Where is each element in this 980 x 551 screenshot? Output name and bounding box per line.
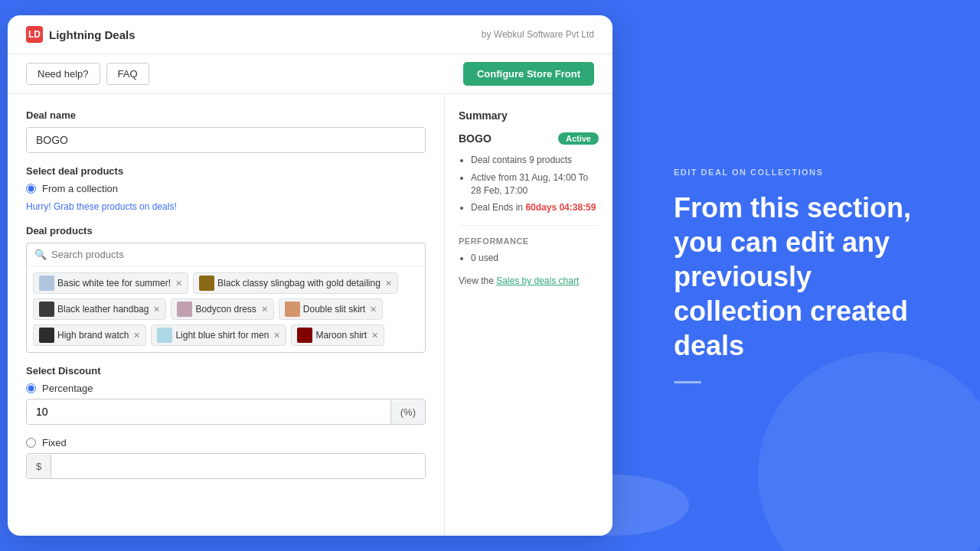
fixed-input[interactable]	[51, 454, 425, 478]
performance-list: 0 used	[459, 252, 599, 265]
percentage-input-row: (%)	[26, 399, 426, 425]
from-collection-radio-row: From a collection	[26, 183, 426, 194]
toolbar-left: Need help? FAQ	[26, 63, 149, 85]
right-subtitle: EDIT DEAL ON COLLECTIONS	[674, 168, 934, 177]
search-input[interactable]	[51, 249, 417, 260]
product-tag-5: Double slit skirt ✕	[279, 298, 383, 320]
summary-bullet-2: Active from 31 Aug, 14:00 To 28 Feb, 17:…	[471, 171, 599, 197]
deal-name-field: Deal name	[26, 109, 426, 153]
tag-thumb-6	[39, 328, 54, 343]
view-chart-text: View the Sales by deals chart	[459, 276, 599, 286]
tag-thumb-3	[39, 302, 54, 317]
status-badge: Active	[558, 132, 599, 145]
tag-close-7[interactable]: ✕	[273, 331, 280, 341]
right-heading: From this section, you can edit any prev…	[674, 191, 934, 363]
tag-label-6: High brand watch	[57, 330, 129, 341]
tag-label-5: Double slit skirt	[303, 304, 365, 315]
used-text: 0 used	[471, 252, 599, 265]
summary-bullet-3: Deal Ends in 60days 04:38:59	[471, 201, 599, 214]
tag-close-2[interactable]: ✕	[385, 279, 392, 289]
summary-section: Summary BOGO Active Deal contains 9 prod…	[444, 94, 612, 536]
summary-divider	[459, 225, 599, 226]
fixed-input-row: $	[26, 453, 426, 479]
tag-label-3: Black leather handbag	[57, 304, 149, 315]
percentage-input[interactable]	[27, 399, 390, 424]
percentage-label[interactable]: Percentage	[42, 383, 93, 394]
main-card: LD Lightning Deals by Webkul Software Pv…	[8, 15, 612, 536]
tag-label-8: Maroon shirt	[315, 330, 367, 341]
product-tag-7: Light blue shirt for men ✕	[151, 324, 286, 346]
tag-thumb-1	[39, 276, 54, 291]
deal-products-label: Deal products	[26, 225, 426, 236]
product-tag-6: High brand watch ✕	[33, 324, 146, 346]
tag-label-1: Basic white tee for summer!	[57, 278, 171, 289]
tag-thumb-5	[285, 302, 300, 317]
tags-area: Basic white tee for summer! ✕ Black clas…	[27, 266, 425, 352]
percentage-radio-row: Percentage	[26, 383, 426, 394]
search-bar: 🔍	[27, 243, 425, 266]
deal-ends-time: 60days 04:38:59	[525, 202, 596, 213]
tag-label-4: Bodycon dress	[195, 304, 256, 315]
tag-thumb-4	[177, 302, 192, 317]
deal-name-label: Deal name	[26, 109, 426, 121]
fixed-label[interactable]: Fixed	[42, 437, 67, 448]
select-products-label: Select deal products	[26, 165, 426, 177]
card-header: LD Lightning Deals by Webkul Software Pv…	[8, 15, 612, 54]
summary-list: Deal contains 9 products Active from 31 …	[459, 154, 599, 214]
fixed-radio-row: Fixed	[26, 437, 426, 448]
tag-label-2: Black classy slingbag with gold detailin…	[217, 278, 381, 289]
fixed-radio[interactable]	[26, 438, 36, 448]
product-tag-3: Black leather handbag ✕	[33, 298, 166, 320]
configure-store-button[interactable]: Configure Store Front	[463, 62, 594, 86]
card-toolbar: Need help? FAQ Configure Store Front	[8, 54, 612, 94]
tag-close-6[interactable]: ✕	[133, 331, 140, 341]
product-tag-4: Bodycon dress ✕	[171, 298, 273, 320]
brand-name: Lightning Deals	[49, 28, 136, 41]
products-box: 🔍 Basic white tee for summer! ✕	[26, 243, 426, 353]
select-products-section: Select deal products From a collection H…	[26, 165, 426, 213]
faq-button[interactable]: FAQ	[106, 63, 149, 85]
product-tag-1: Basic white tee for summer! ✕	[33, 272, 188, 294]
need-help-button[interactable]: Need help?	[26, 63, 100, 85]
form-section: Deal name Select deal products From a co…	[8, 94, 444, 536]
right-divider	[674, 381, 701, 383]
tag-thumb-2	[199, 276, 214, 291]
brand-logo: LD Lightning Deals	[26, 26, 136, 43]
product-tag-8: Maroon shirt ✕	[291, 324, 384, 346]
tag-close-5[interactable]: ✕	[370, 305, 377, 315]
fixed-prefix: $	[27, 455, 51, 478]
app-logo-icon: LD	[26, 26, 43, 43]
tag-close-8[interactable]: ✕	[371, 331, 378, 341]
tag-thumb-8	[297, 328, 312, 343]
tag-close-1[interactable]: ✕	[175, 279, 182, 289]
tag-thumb-7	[157, 328, 172, 343]
performance-label: PERFORMANCE	[459, 236, 599, 246]
summary-deal-row: BOGO Active	[459, 132, 599, 145]
deal-name-input[interactable]	[26, 127, 426, 153]
select-discount-label: Select Discount	[26, 365, 426, 377]
search-icon: 🔍	[34, 249, 47, 260]
hurry-link[interactable]: Hurry! Grab these products on deals!	[26, 201, 177, 212]
summary-bullet-1: Deal contains 9 products	[471, 154, 599, 167]
right-panel: EDIT DEAL ON COLLECTIONS From this secti…	[612, 0, 980, 551]
summary-deal-name: BOGO	[459, 132, 492, 145]
percentage-suffix: (%)	[390, 400, 425, 424]
from-collection-label[interactable]: From a collection	[42, 183, 118, 194]
product-tag-2: Black classy slingbag with gold detailin…	[193, 272, 398, 294]
tag-close-3[interactable]: ✕	[153, 305, 160, 315]
tag-close-4[interactable]: ✕	[261, 305, 268, 315]
deal-products-field: Deal products 🔍 Basic white tee for summ…	[26, 225, 426, 353]
tag-label-7: Light blue shirt for men	[175, 330, 269, 341]
discount-section: Select Discount Percentage (%) Fixed $	[26, 365, 426, 479]
sales-chart-link[interactable]: Sales by deals chart	[496, 276, 579, 286]
from-collection-radio[interactable]	[26, 184, 36, 194]
by-text: by Webkul Software Pvt Ltd	[482, 29, 594, 40]
card-body: Deal name Select deal products From a co…	[8, 94, 612, 536]
percentage-radio[interactable]	[26, 383, 36, 393]
summary-title: Summary	[459, 109, 599, 122]
